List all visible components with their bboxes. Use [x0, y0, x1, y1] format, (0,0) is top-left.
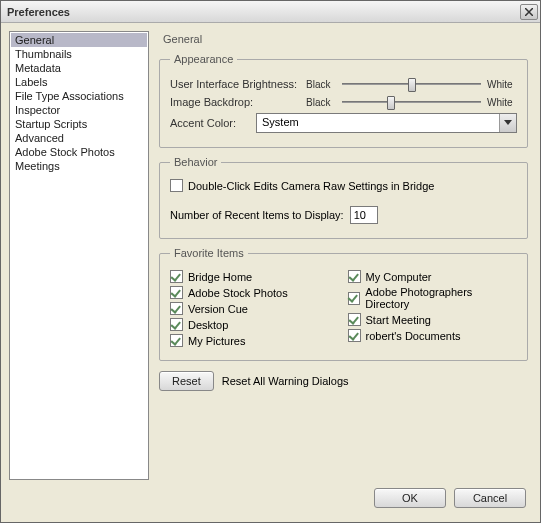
- favorite-item: Adobe Stock Photos: [170, 286, 340, 299]
- favorite-label: Start Meeting: [366, 314, 431, 326]
- favorite-item: Adobe Photographers Directory: [348, 286, 518, 310]
- favorites-group: Favorite Items Bridge HomeAdobe Stock Ph…: [159, 247, 528, 361]
- favorite-item: robert's Documents: [348, 329, 518, 342]
- appearance-group: Appearance User Interface Brightness: Bl…: [159, 53, 528, 148]
- favorite-checkbox[interactable]: [348, 313, 361, 326]
- favorite-checkbox[interactable]: [170, 270, 183, 283]
- favorite-checkbox[interactable]: [170, 318, 183, 331]
- favorite-item: My Pictures: [170, 334, 340, 347]
- sidebar-item-inspector[interactable]: Inspector: [11, 103, 147, 117]
- slider-white-label: White: [487, 79, 517, 90]
- sidebar-item-meetings[interactable]: Meetings: [11, 159, 147, 173]
- category-sidebar: GeneralThumbnailsMetadataLabelsFile Type…: [9, 31, 149, 480]
- favorite-label: Adobe Stock Photos: [188, 287, 288, 299]
- reset-warnings-label: Reset All Warning Dialogs: [222, 375, 349, 387]
- favorite-label: Bridge Home: [188, 271, 252, 283]
- appearance-legend: Appearance: [170, 53, 237, 65]
- favorite-checkbox[interactable]: [170, 302, 183, 315]
- ok-button[interactable]: OK: [374, 488, 446, 508]
- chevron-down-icon: [499, 114, 516, 132]
- recent-items-label: Number of Recent Items to Display:: [170, 209, 344, 221]
- favorite-label: Version Cue: [188, 303, 248, 315]
- favorite-checkbox[interactable]: [348, 270, 361, 283]
- brightness-label: User Interface Brightness:: [170, 78, 300, 90]
- preferences-window: Preferences GeneralThumbnailsMetadataLab…: [0, 0, 541, 523]
- favorite-label: My Computer: [366, 271, 432, 283]
- favorite-checkbox[interactable]: [348, 292, 361, 305]
- accent-color-label: Accent Color:: [170, 117, 250, 129]
- accent-color-select[interactable]: System: [256, 113, 517, 133]
- page-heading: General: [163, 33, 528, 45]
- dialog-footer: OK Cancel: [1, 488, 540, 522]
- titlebar: Preferences: [1, 1, 540, 23]
- cancel-button[interactable]: Cancel: [454, 488, 526, 508]
- backdrop-slider-thumb[interactable]: [387, 96, 395, 110]
- accent-color-value: System: [257, 114, 499, 132]
- recent-items-input[interactable]: 10: [350, 206, 378, 224]
- favorite-checkbox[interactable]: [170, 286, 183, 299]
- close-icon: [525, 8, 533, 16]
- close-button[interactable]: [520, 4, 538, 20]
- favorite-item: My Computer: [348, 270, 518, 283]
- favorite-item: Version Cue: [170, 302, 340, 315]
- favorite-label: My Pictures: [188, 335, 245, 347]
- dblclick-label: Double-Click Edits Camera Raw Settings i…: [188, 180, 434, 192]
- brightness-slider-thumb[interactable]: [408, 78, 416, 92]
- slider-black-label: Black: [306, 79, 336, 90]
- sidebar-item-labels[interactable]: Labels: [11, 75, 147, 89]
- favorite-label: Adobe Photographers Directory: [365, 286, 517, 310]
- sidebar-item-thumbnails[interactable]: Thumbnails: [11, 47, 147, 61]
- sidebar-item-advanced[interactable]: Advanced: [11, 131, 147, 145]
- brightness-slider[interactable]: [342, 77, 481, 91]
- behavior-group: Behavior Double-Click Edits Camera Raw S…: [159, 156, 528, 239]
- favorite-item: Start Meeting: [348, 313, 518, 326]
- favorite-checkbox[interactable]: [170, 334, 183, 347]
- favorite-label: robert's Documents: [366, 330, 461, 342]
- sidebar-item-general[interactable]: General: [11, 33, 147, 47]
- slider-white-label-2: White: [487, 97, 517, 108]
- sidebar-item-file-type-associations[interactable]: File Type Associations: [11, 89, 147, 103]
- sidebar-item-adobe-stock-photos[interactable]: Adobe Stock Photos: [11, 145, 147, 159]
- favorite-label: Desktop: [188, 319, 228, 331]
- backdrop-label: Image Backdrop:: [170, 96, 300, 108]
- sidebar-item-startup-scripts[interactable]: Startup Scripts: [11, 117, 147, 131]
- favorites-legend: Favorite Items: [170, 247, 248, 259]
- behavior-legend: Behavior: [170, 156, 221, 168]
- favorite-item: Bridge Home: [170, 270, 340, 283]
- window-title: Preferences: [7, 6, 70, 18]
- dblclick-checkbox[interactable]: [170, 179, 183, 192]
- sidebar-item-metadata[interactable]: Metadata: [11, 61, 147, 75]
- slider-black-label-2: Black: [306, 97, 336, 108]
- backdrop-slider[interactable]: [342, 95, 481, 109]
- favorite-item: Desktop: [170, 318, 340, 331]
- reset-button[interactable]: Reset: [159, 371, 214, 391]
- main-panel: General Appearance User Interface Bright…: [159, 31, 532, 480]
- favorite-checkbox[interactable]: [348, 329, 361, 342]
